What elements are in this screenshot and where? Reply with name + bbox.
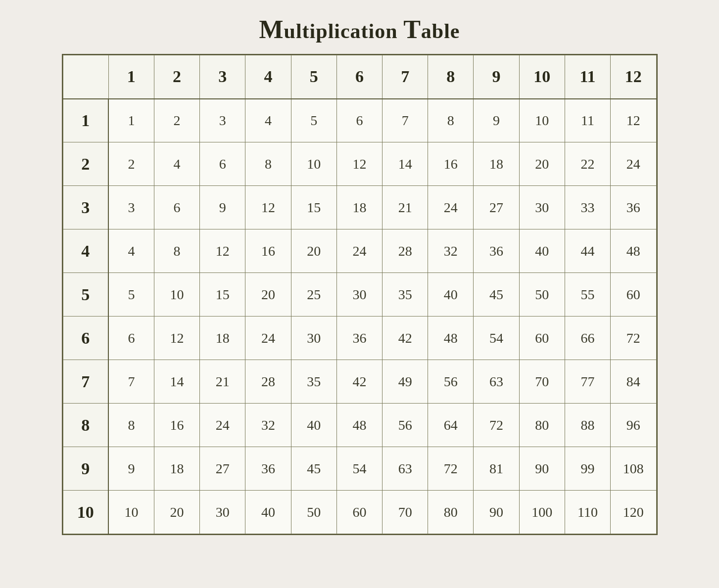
multiplication-table-container: 1234567891011121123456789101112224681012… [62,54,658,535]
col-header-8: 8 [428,55,474,99]
cell-10-5: 50 [291,491,336,534]
cell-6-10: 60 [519,317,565,360]
cell-5-3: 15 [200,273,245,317]
cell-9-4: 36 [245,447,291,491]
cell-5-12: 60 [611,273,656,317]
cell-3-10: 30 [519,186,565,229]
cell-9-3: 27 [200,447,245,491]
cell-3-2: 6 [154,186,199,229]
row-header-7: 7 [63,360,108,404]
cell-1-9: 9 [474,99,519,142]
row-header-4: 4 [63,229,108,273]
col-header-3: 3 [200,55,245,99]
cell-9-6: 54 [336,447,382,491]
cell-3-6: 18 [336,186,382,229]
corner-cell [63,55,108,99]
col-header-1: 1 [108,55,154,99]
cell-6-11: 66 [565,317,610,360]
cell-6-8: 48 [428,317,474,360]
col-header-2: 2 [154,55,199,99]
cell-10-2: 20 [154,491,199,534]
cell-3-12: 36 [611,186,656,229]
cell-1-3: 3 [200,99,245,142]
col-header-4: 4 [245,55,291,99]
cell-4-4: 16 [245,229,291,273]
cell-5-1: 5 [108,273,154,317]
cell-6-9: 54 [474,317,519,360]
cell-7-1: 7 [108,360,154,404]
cell-4-12: 48 [611,229,656,273]
cell-4-7: 28 [383,229,428,273]
cell-8-6: 48 [336,404,382,447]
col-header-10: 10 [519,55,565,99]
cell-10-12: 120 [611,491,656,534]
row-header-5: 5 [63,273,108,317]
cell-2-6: 12 [336,142,382,186]
cell-1-2: 2 [154,99,199,142]
cell-3-11: 33 [565,186,610,229]
col-header-9: 9 [474,55,519,99]
cell-8-11: 88 [565,404,610,447]
cell-3-5: 15 [291,186,336,229]
cell-9-9: 81 [474,447,519,491]
cell-2-10: 20 [519,142,565,186]
cell-5-5: 25 [291,273,336,317]
cell-2-9: 18 [474,142,519,186]
cell-7-6: 42 [336,360,382,404]
cell-2-5: 10 [291,142,336,186]
cell-5-7: 35 [383,273,428,317]
cell-8-4: 32 [245,404,291,447]
cell-10-6: 60 [336,491,382,534]
cell-9-12: 108 [611,447,656,491]
cell-9-8: 72 [428,447,474,491]
cell-6-2: 12 [154,317,199,360]
cell-5-10: 50 [519,273,565,317]
row-header-8: 8 [63,404,108,447]
cell-10-3: 30 [200,491,245,534]
cell-6-3: 18 [200,317,245,360]
cell-8-9: 72 [474,404,519,447]
cell-1-1: 1 [108,99,154,142]
cell-2-12: 24 [611,142,656,186]
multiplication-table: 1234567891011121123456789101112224681012… [63,55,657,534]
cell-9-2: 18 [154,447,199,491]
cell-2-3: 6 [200,142,245,186]
cell-4-2: 8 [154,229,199,273]
row-header-2: 2 [63,142,108,186]
cell-1-11: 11 [565,99,610,142]
cell-8-7: 56 [383,404,428,447]
cell-7-5: 35 [291,360,336,404]
cell-6-6: 36 [336,317,382,360]
col-header-7: 7 [383,55,428,99]
cell-1-10: 10 [519,99,565,142]
cell-7-9: 63 [474,360,519,404]
cell-6-7: 42 [383,317,428,360]
cell-2-11: 22 [565,142,610,186]
col-header-5: 5 [291,55,336,99]
cell-4-6: 24 [336,229,382,273]
cell-1-8: 8 [428,99,474,142]
cell-2-4: 8 [245,142,291,186]
cell-2-2: 4 [154,142,199,186]
cell-4-8: 32 [428,229,474,273]
cell-9-10: 90 [519,447,565,491]
cell-4-5: 20 [291,229,336,273]
col-header-11: 11 [565,55,610,99]
cell-7-3: 21 [200,360,245,404]
cell-7-2: 14 [154,360,199,404]
cell-8-3: 24 [200,404,245,447]
cell-4-11: 44 [565,229,610,273]
row-header-9: 9 [63,447,108,491]
cell-10-8: 80 [428,491,474,534]
cell-10-7: 70 [383,491,428,534]
cell-7-7: 49 [383,360,428,404]
cell-2-7: 14 [383,142,428,186]
cell-7-10: 70 [519,360,565,404]
cell-1-4: 4 [245,99,291,142]
cell-6-12: 72 [611,317,656,360]
cell-3-8: 24 [428,186,474,229]
cell-4-9: 36 [474,229,519,273]
cell-9-1: 9 [108,447,154,491]
cell-10-10: 100 [519,491,565,534]
cell-1-12: 12 [611,99,656,142]
